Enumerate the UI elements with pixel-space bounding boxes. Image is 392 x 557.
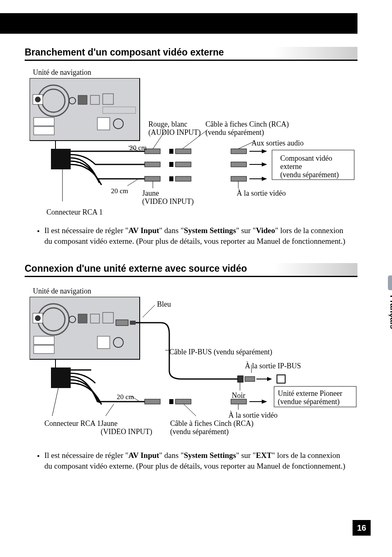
- d2-black: Noir: [232, 391, 245, 400]
- d2-video-input: (VIDEO INPUT): [101, 428, 152, 436]
- svg-rect-10: [34, 118, 54, 126]
- b1-b2: System Settings: [184, 226, 236, 235]
- top-black-bar: [0, 13, 357, 34]
- svg-marker-30: [262, 149, 267, 153]
- d1-rca-sold-sep: (vendu séparément): [205, 128, 264, 137]
- section-heading-1: Branchement d'un composant vidéo externe: [25, 47, 357, 61]
- svg-rect-19: [145, 149, 160, 154]
- b2-pre: Il est nécessaire de régler ": [44, 451, 129, 460]
- svg-rect-31: [231, 162, 247, 167]
- svg-line-78: [184, 404, 196, 416]
- svg-rect-54: [97, 336, 110, 349]
- d1-video-input: (VIDEO INPUT): [142, 197, 194, 206]
- svg-line-69: [52, 388, 58, 416]
- b1-b3: Video: [256, 226, 275, 235]
- svg-rect-25: [145, 176, 160, 181]
- svg-line-77: [106, 404, 114, 416]
- d2-ext-unit-1: Unité externe Pioneer: [278, 389, 342, 398]
- d1-red-white: Rouge, blanc: [148, 120, 187, 129]
- d2-nav-unit-label: Unité de navigation: [33, 287, 91, 296]
- diagram2-svg: [30, 297, 358, 432]
- bullet-2: • Il est nécessaire de régler "AV Input"…: [44, 450, 348, 471]
- d2-connector-rca: Connecteur RCA 1: [44, 419, 101, 428]
- svg-rect-53: [34, 345, 54, 354]
- d1-yellow: Jaune: [142, 189, 159, 198]
- svg-rect-72: [169, 399, 173, 404]
- svg-rect-6: [78, 95, 87, 104]
- b2-mid2: " sur ": [236, 451, 256, 460]
- svg-rect-73: [175, 399, 191, 404]
- svg-line-63: [143, 305, 155, 317]
- svg-marker-33: [262, 162, 267, 166]
- d1-connector-rca: Connecteur RCA 1: [46, 208, 103, 217]
- bullet-1: • Il est nécessaire de régler "AV Input"…: [44, 225, 348, 246]
- b2-b1: AV Input: [129, 451, 159, 460]
- d2-rca-sold-sep: (vendu séparément): [170, 428, 228, 436]
- d2-yellow: Jaune: [101, 419, 118, 428]
- svg-rect-34: [231, 176, 247, 181]
- svg-rect-52: [34, 336, 54, 344]
- svg-rect-23: [169, 162, 173, 167]
- svg-rect-12: [97, 118, 110, 130]
- b2-b3: EXT: [256, 451, 272, 460]
- d1-to-audio-out: Aux sorties audio: [251, 139, 304, 148]
- svg-rect-49: [78, 314, 87, 323]
- page-number: 16: [353, 520, 371, 536]
- svg-rect-22: [145, 162, 160, 167]
- diagram1-svg: [30, 78, 358, 210]
- svg-rect-62: [277, 375, 285, 383]
- d1-ext-sold-sep: (vendu séparément): [280, 171, 339, 179]
- d2-blue: Bleu: [157, 300, 171, 309]
- svg-marker-76: [262, 400, 267, 404]
- svg-point-47: [35, 315, 41, 321]
- d1-20cm-lower: 20 cm: [111, 187, 128, 195]
- svg-marker-61: [267, 377, 272, 381]
- section-heading-2: Connexion d'une unité externe avec sourc…: [25, 263, 357, 277]
- d1-ext-comp-1: Composant vidéo: [280, 154, 332, 163]
- svg-rect-67: [51, 367, 71, 388]
- side-language-text: Français: [388, 295, 392, 329]
- b1-mid1: " dans ": [159, 226, 184, 235]
- d1-to-video-out: À la sortie vidéo: [237, 189, 286, 198]
- svg-rect-57: [130, 321, 136, 325]
- b2-mid1: " dans ": [159, 451, 184, 460]
- side-tab-indicator: [388, 275, 392, 290]
- svg-line-18: [127, 179, 138, 186]
- d2-to-ipbus-out: À la sortie IP-BUS: [245, 362, 301, 370]
- svg-rect-20: [169, 149, 173, 154]
- svg-rect-27: [175, 176, 191, 181]
- b2-b2: System Settings: [184, 451, 236, 460]
- svg-rect-58: [238, 376, 243, 382]
- d1-ext-comp-2: externe: [280, 162, 302, 171]
- svg-rect-28: [231, 149, 247, 154]
- b1-b1: AV Input: [129, 226, 159, 235]
- d2-to-video-out: À la sortie vidéo: [228, 411, 277, 420]
- svg-rect-14: [51, 149, 71, 169]
- side-language-tab: Français: [384, 275, 392, 341]
- svg-rect-59: [245, 377, 255, 381]
- svg-rect-24: [175, 162, 191, 167]
- d2-20cm: 20 cm: [117, 393, 134, 401]
- svg-rect-71: [145, 399, 160, 404]
- d2-rca-cable: Câble à fiches Cinch (RCA): [170, 419, 254, 428]
- svg-rect-21: [175, 149, 191, 154]
- svg-point-4: [35, 97, 41, 102]
- b1-mid2: " sur ": [236, 226, 256, 235]
- svg-rect-11: [34, 127, 54, 135]
- d2-ipbus-cable: Câble IP-BUS (vendu séparément): [169, 348, 272, 356]
- svg-marker-36: [262, 177, 267, 181]
- d1-rca-cable: Câble à fiches Cinch (RCA): [205, 120, 289, 129]
- b1-pre: Il est nécessaire de régler ": [44, 226, 129, 235]
- svg-rect-26: [169, 176, 173, 181]
- d1-20cm-upper: 20 cm: [129, 144, 147, 152]
- d2-ext-unit-2: (vendue séparément): [278, 398, 339, 406]
- svg-rect-56: [116, 320, 128, 326]
- d1-nav-unit-label: Unité de navigation: [33, 68, 91, 77]
- d1-audio-input: (AUDIO INPUT): [148, 128, 201, 137]
